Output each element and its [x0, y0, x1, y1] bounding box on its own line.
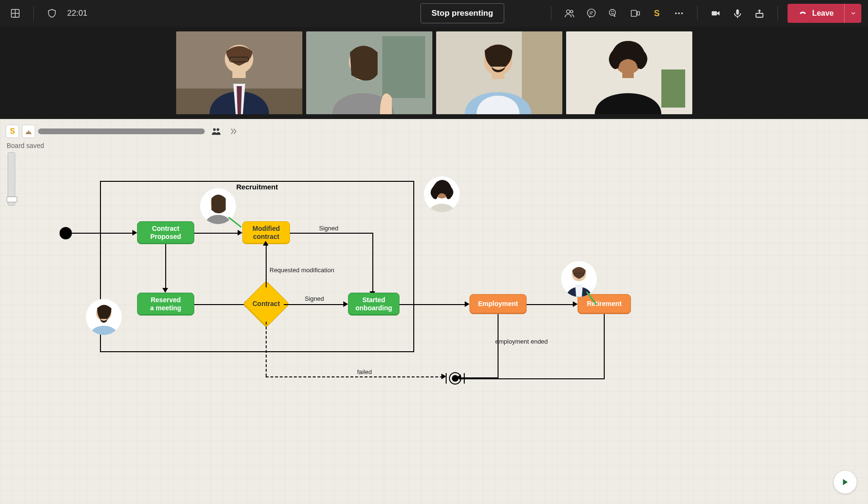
svg-rect-17 [736, 10, 739, 15]
start-node[interactable] [60, 227, 72, 239]
more-icon[interactable] [670, 5, 688, 22]
svg-point-5 [587, 9, 595, 17]
edge-label: Signed [305, 295, 324, 302]
board-progress-bar[interactable] [38, 128, 205, 134]
svg-point-3 [566, 10, 569, 13]
arrow [263, 241, 269, 246]
zoom-handle[interactable] [7, 197, 17, 202]
gallery-layout-icon[interactable] [7, 5, 24, 22]
edge [464, 373, 465, 384]
collaborator-cursor [424, 176, 460, 212]
people-icon[interactable] [561, 5, 578, 22]
rooms-icon[interactable] [627, 5, 644, 22]
node-retirement[interactable]: Retirement [578, 294, 631, 314]
svg-point-4 [570, 10, 573, 13]
stop-presenting-button[interactable]: Stop presenting [420, 3, 504, 23]
edge-dashed [266, 376, 443, 377]
svg-rect-31 [522, 31, 562, 114]
edge [284, 304, 345, 305]
svg-rect-37 [622, 70, 634, 78]
svg-point-15 [681, 12, 683, 14]
leave-label: Leave [812, 9, 834, 18]
edge-label: Requested modification [269, 267, 334, 274]
edge [72, 233, 134, 234]
whiteboard-canvas[interactable]: S Board saved Recruitment Contract Propo… [0, 119, 868, 504]
edge-dashed [266, 322, 267, 376]
collaborator-cursor [561, 261, 597, 297]
edge-label: employment ended [495, 338, 548, 345]
board-toolbar: S [6, 123, 239, 140]
mic-icon[interactable] [729, 5, 746, 22]
edge [461, 378, 605, 379]
node-contract-label: Contract [252, 300, 280, 308]
section-label: Recruitment [101, 181, 413, 193]
svg-rect-35 [661, 69, 685, 108]
arrow [343, 301, 348, 307]
edge [372, 233, 373, 293]
edge [498, 314, 499, 378]
svg-point-14 [678, 12, 680, 14]
meeting-control-bar: 22:01 Stop presenting S Leave [0, 0, 868, 27]
zoom-slider[interactable] [8, 152, 15, 206]
svg-rect-12 [637, 11, 639, 15]
board-status-label: Board saved [7, 142, 44, 149]
node-started-onboarding[interactable]: Started onboarding [348, 293, 399, 316]
chat-icon[interactable] [583, 5, 600, 22]
edge-label: Signed [319, 225, 338, 232]
leave-options-button[interactable] [844, 4, 861, 23]
collaborator-cursor [86, 299, 122, 335]
svg-rect-16 [711, 11, 717, 15]
arrow [573, 301, 578, 307]
svg-point-9 [611, 11, 612, 12]
participant-video-strip [0, 27, 868, 119]
edge [604, 314, 605, 378]
svg-rect-27 [382, 36, 425, 98]
edge [290, 233, 373, 234]
board-sandcastle-icon[interactable] [22, 125, 35, 138]
meeting-timer: 22:01 [67, 9, 88, 18]
edge [399, 304, 466, 305]
edge [165, 244, 166, 289]
reactions-icon[interactable] [605, 5, 622, 22]
flowchart: Recruitment Contract Proposed Modified c… [52, 181, 652, 409]
camera-icon[interactable] [707, 5, 724, 22]
arrow [238, 230, 242, 236]
arrow [465, 301, 469, 307]
arrow [132, 230, 137, 236]
collaborators-icon[interactable] [208, 123, 225, 140]
svg-point-10 [613, 11, 613, 12]
node-employment[interactable]: Employment [469, 294, 527, 314]
board-app-s-icon[interactable]: S [6, 125, 19, 138]
participant-tile[interactable] [566, 31, 692, 114]
node-contract-proposed[interactable]: Contract Proposed [137, 221, 194, 244]
participant-tile[interactable] [436, 31, 562, 114]
end-node[interactable] [449, 372, 461, 385]
edge [194, 233, 239, 234]
svg-rect-23 [232, 70, 246, 78]
flowchart-section-box: Recruitment [100, 181, 414, 352]
shield-icon[interactable] [43, 5, 60, 22]
expand-icon[interactable] [228, 123, 239, 140]
node-reserved-meeting[interactable]: Reserved a meeting [137, 293, 194, 316]
share-icon[interactable] [751, 5, 768, 22]
svg-point-39 [217, 128, 219, 131]
svg-point-13 [675, 12, 677, 14]
edge-label: failed [357, 368, 372, 376]
svg-rect-11 [631, 10, 636, 17]
svg-rect-19 [756, 13, 763, 17]
play-button[interactable] [834, 471, 857, 494]
participant-tile[interactable] [306, 31, 432, 114]
edge [527, 304, 574, 305]
arrow [441, 374, 446, 379]
svg-point-38 [213, 128, 216, 131]
svg-rect-33 [492, 71, 504, 79]
participant-tile[interactable] [176, 31, 302, 114]
edge [194, 304, 246, 305]
edge [266, 244, 267, 287]
app-s-icon[interactable]: S [649, 5, 666, 22]
leave-button[interactable]: Leave [788, 4, 844, 23]
arrow [162, 288, 168, 293]
